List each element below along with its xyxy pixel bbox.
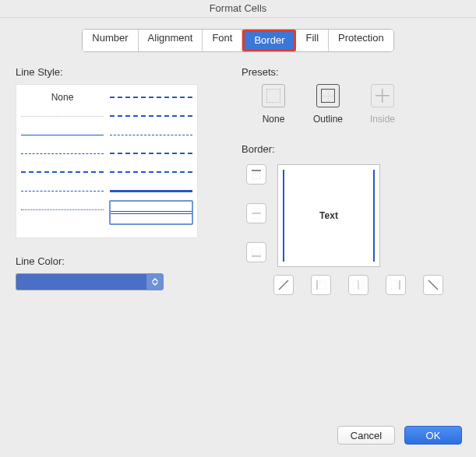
svg-rect-5 <box>252 248 260 255</box>
line-style-dashdot-2[interactable] <box>110 88 192 107</box>
preset-none[interactable]: None <box>256 84 291 125</box>
format-cells-dialog: Format Cells Number Alignment Font Borde… <box>0 0 476 457</box>
border-label: Border: <box>242 143 460 155</box>
line-color-dropdown[interactable] <box>146 273 164 290</box>
line-style-dash[interactable] <box>21 144 104 163</box>
edge-diag-up-button[interactable] <box>273 275 294 295</box>
edge-right-button[interactable] <box>386 275 406 295</box>
svg-rect-9 <box>358 280 359 290</box>
tab-protection[interactable]: Protection <box>329 30 393 51</box>
edge-vmid-button[interactable] <box>348 275 368 295</box>
tab-fill[interactable]: Fill <box>296 30 329 51</box>
line-style-medium[interactable] <box>110 163 192 181</box>
svg-line-13 <box>428 280 438 290</box>
edge-diag-down-button[interactable] <box>423 275 443 295</box>
tab-alignment[interactable]: Alignment <box>139 30 203 51</box>
line-color-swatch <box>16 273 146 290</box>
tab-number[interactable]: Number <box>83 30 138 51</box>
dialog-title: Format Cells <box>0 0 476 18</box>
svg-rect-7 <box>316 280 318 290</box>
tab-border[interactable]: Border <box>245 32 294 49</box>
line-style-dotted[interactable] <box>21 107 104 125</box>
tab-border-highlight: Border <box>242 30 296 51</box>
line-style-dashdot[interactable] <box>21 163 104 181</box>
preset-outline[interactable]: Outline <box>310 84 346 125</box>
preview-text: Text <box>319 210 338 221</box>
svg-rect-4 <box>252 255 261 257</box>
line-style-picker[interactable]: None <box>16 84 198 238</box>
svg-line-6 <box>279 280 288 290</box>
line-color-label: Line Color: <box>16 255 218 267</box>
edge-hmid-button[interactable] <box>246 203 266 223</box>
line-style-double[interactable] <box>109 200 193 225</box>
svg-rect-8 <box>319 281 326 289</box>
line-style-none[interactable]: None <box>21 88 104 107</box>
line-style-medium-dashdot[interactable] <box>110 107 192 125</box>
line-style-dashdotdot[interactable] <box>21 181 104 200</box>
edge-top-button[interactable] <box>246 164 266 185</box>
svg-rect-2 <box>252 213 261 214</box>
border-preview[interactable]: Text <box>277 164 380 267</box>
line-style-fine-dot[interactable] <box>21 200 104 219</box>
chevron-up-down-icon <box>151 278 159 286</box>
tab-strip: Number Alignment Font Border Fill Protec… <box>0 29 476 52</box>
edge-left-button[interactable] <box>311 275 331 295</box>
line-style-dashed-thin[interactable] <box>21 125 104 144</box>
tab-font[interactable]: Font <box>203 30 242 51</box>
edge-bottom-button[interactable] <box>246 242 266 262</box>
preset-inside: Inside <box>365 84 400 125</box>
line-style-medium-dash[interactable] <box>110 125 192 144</box>
svg-rect-11 <box>399 280 400 290</box>
line-style-thick[interactable] <box>110 181 192 200</box>
line-style-long-dash[interactable] <box>110 144 192 163</box>
line-color-picker[interactable] <box>16 273 164 290</box>
line-style-label: Line Style: <box>16 66 218 78</box>
presets-label: Presets: <box>242 66 460 78</box>
ok-button[interactable]: OK <box>404 426 462 445</box>
cancel-button[interactable]: Cancel <box>337 426 395 445</box>
svg-rect-1 <box>252 173 260 179</box>
svg-rect-12 <box>391 281 398 289</box>
svg-rect-0 <box>252 170 261 171</box>
